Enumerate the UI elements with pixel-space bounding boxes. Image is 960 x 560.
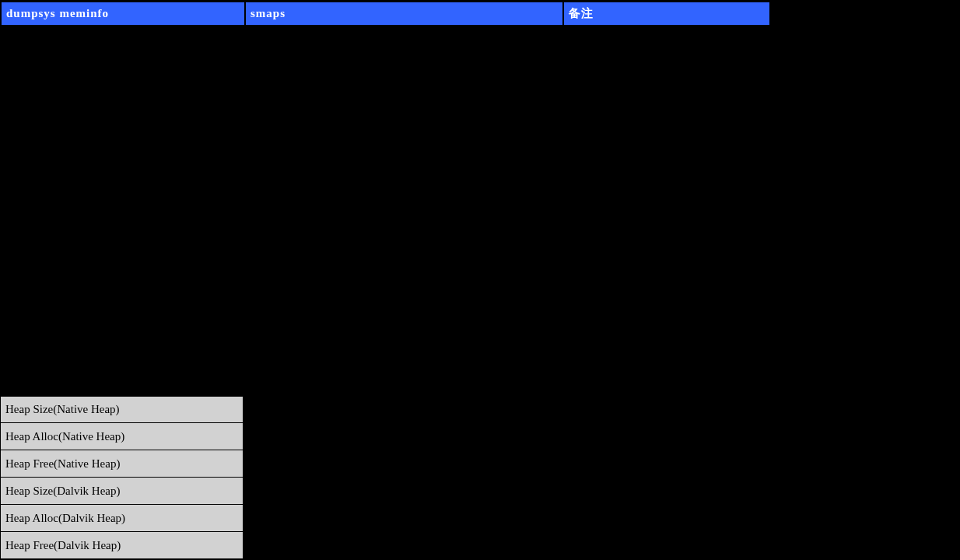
grey-row: Heap Size(Dalvik Heap)	[1, 478, 244, 505]
header-col-smaps: smaps	[245, 2, 563, 26]
grey-row: Heap Alloc(Native Heap)	[1, 423, 244, 450]
page-root: { "header": { "col0": "dumpsys meminfo",…	[0, 0, 960, 560]
grey-row: Heap Size(Native Heap)	[1, 396, 244, 423]
grey-row: Heap Free(Native Heap)	[1, 450, 244, 478]
header-col-dumpsys: dumpsys meminfo	[1, 2, 245, 26]
header-row: dumpsys meminfo smaps 备注	[1, 2, 770, 26]
grey-label-stack: Heap Size(Native Heap) Heap Alloc(Native…	[1, 396, 244, 559]
grey-row: Heap Free(Dalvik Heap)	[1, 532, 244, 559]
grey-row: Heap Alloc(Dalvik Heap)	[1, 505, 244, 532]
header-col-remark: 备注	[563, 2, 770, 26]
